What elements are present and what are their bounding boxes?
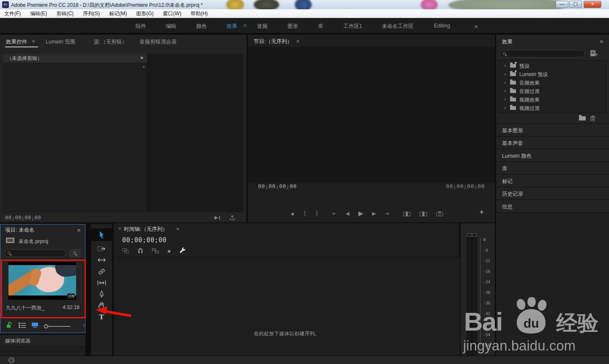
menu-clip[interactable]: 剪辑(C) <box>56 10 74 17</box>
ws-tab-graphics[interactable]: 图形 <box>288 23 298 30</box>
tree-item-video-transitions[interactable]: › 视频过渡 <box>502 104 604 112</box>
lift-button[interactable] <box>403 211 411 216</box>
tool-razor[interactable] <box>91 266 112 277</box>
ws-tab-workspace1[interactable]: 工作区1 <box>343 23 362 30</box>
tool-pen[interactable] <box>91 289 112 300</box>
ws-tab-components[interactable]: 组件 <box>135 23 146 30</box>
tab-audio-clip-mixer[interactable]: 音频剪辑混合器 <box>140 38 177 46</box>
minimize-button[interactable]: — <box>556 1 568 8</box>
project-file-name[interactable]: 未命名.prproj <box>19 238 48 245</box>
workspace-overflow-chevron[interactable]: » <box>475 23 478 30</box>
panel-header-libraries[interactable]: 库 <box>496 161 609 174</box>
tree-item-audio-transitions[interactable]: › 音频过渡 <box>502 87 604 95</box>
timeline-tab-close-icon[interactable]: × <box>118 226 121 232</box>
nest-sequence-toggle[interactable] <box>122 248 129 254</box>
mark-out-button[interactable]: } <box>315 211 318 216</box>
icon-view-icon[interactable] <box>31 322 38 328</box>
menu-window[interactable]: 窗口(W) <box>163 10 181 17</box>
creative-cloud-icon[interactable] <box>8 357 14 363</box>
new-custom-bin-icon[interactable] <box>579 116 586 120</box>
add-marker-button[interactable]: ◆ <box>291 211 294 216</box>
snap-magnet-toggle[interactable] <box>137 248 143 254</box>
step-forward-button[interactable]: ▶ <box>372 211 376 216</box>
panel-header-lumetri-color[interactable]: Lumetri 颜色 <box>496 149 609 161</box>
tree-item-lumetri-presets[interactable]: › ★ Lumetri 预设 <box>502 70 604 78</box>
ws-tab-editing[interactable]: Editing <box>434 23 450 29</box>
ws-tab-effects[interactable]: 效果 <box>227 23 237 30</box>
ws-tab-edit[interactable]: 编辑 <box>166 23 176 30</box>
chevron-right-icon[interactable]: › <box>504 71 506 77</box>
ws-tab-audio[interactable]: 音频 <box>257 23 268 30</box>
chevron-right-icon[interactable]: › <box>504 88 506 94</box>
tab-effect-controls[interactable]: 效果控件 <box>6 38 27 46</box>
chevron-right-icon[interactable]: › <box>504 96 506 102</box>
extract-button[interactable] <box>420 211 427 216</box>
scroll-up-icon[interactable]: ▲ <box>142 65 145 68</box>
tool-slip[interactable] <box>91 277 112 288</box>
clip-card[interactable]: 九九八十一西游_ 4:32:18 <box>4 261 81 315</box>
program-monitor-menu-icon[interactable]: ≡ <box>296 39 299 44</box>
timeline-timecode[interactable]: 00;00;00;00 <box>122 236 167 244</box>
ws-tab-library[interactable]: 库 <box>318 23 324 30</box>
panel-header-markers[interactable]: 标记 <box>496 174 609 187</box>
tool-type[interactable]: T <box>91 312 112 323</box>
list-view-icon[interactable] <box>19 323 26 328</box>
presets-bin-icon[interactable] <box>590 49 598 57</box>
media-browser-panel[interactable]: 媒体浏览器 <box>0 334 85 355</box>
mark-in-button[interactable]: { <box>303 211 307 216</box>
chevron-right-icon[interactable]: › <box>504 63 506 68</box>
zoom-slider-track[interactable] <box>46 326 70 327</box>
toolbar-overflow-chevron[interactable]: ‹ <box>83 322 85 328</box>
chevron-right-icon[interactable]: › <box>504 105 506 111</box>
expand-arrow-icon[interactable]: ▶ <box>141 55 144 60</box>
menu-help[interactable]: 帮助(H) <box>191 10 208 17</box>
timeline-menu-icon[interactable]: ≡ <box>176 227 179 231</box>
linked-selection-toggle[interactable] <box>152 248 159 254</box>
search-bin-button[interactable] <box>69 249 80 257</box>
export-frame-button[interactable] <box>436 211 443 216</box>
menu-file[interactable]: 文件(F) <box>4 10 21 17</box>
tool-hand[interactable] <box>91 300 112 311</box>
timeline-drop-zone[interactable]: 在此处放下媒体以创建序列。 <box>114 257 460 364</box>
effect-controls-menu-icon[interactable]: ≡ <box>32 38 35 44</box>
ws-tab-color[interactable]: 颜色 <box>196 23 207 30</box>
step-back-button[interactable]: ◀ <box>346 211 349 216</box>
tool-ripple-edit[interactable] <box>91 255 112 265</box>
timeline-add-marker-button[interactable]: ◆ <box>167 249 171 253</box>
project-panel-menu-icon[interactable]: ≡ <box>77 227 80 233</box>
tree-item-presets[interactable]: › ★ 预设 <box>502 61 604 70</box>
project-search-input[interactable] <box>4 249 66 257</box>
go-to-in-button[interactable]: ⇤ <box>332 211 337 216</box>
close-button[interactable]: × <box>584 1 601 8</box>
clip-thumbnail[interactable] <box>8 262 76 300</box>
delete-trash-icon[interactable] <box>590 115 595 121</box>
button-editor-add[interactable]: + <box>479 208 484 217</box>
effects-search-input[interactable] <box>499 50 585 57</box>
effects-panel-menu-icon[interactable]: ≡ <box>600 39 603 44</box>
clip-name[interactable]: 九九八十一西游_ <box>6 304 44 312</box>
panel-header-history[interactable]: 历史记录 <box>496 187 609 200</box>
menu-edit[interactable]: 编辑(E) <box>30 10 47 17</box>
panel-header-essential-sound[interactable]: 基本声音 <box>496 136 609 149</box>
tab-lumetri-scopes[interactable]: Lumetri 范围 <box>46 38 75 46</box>
tool-selection[interactable] <box>91 228 112 241</box>
chevron-right-icon[interactable]: › <box>504 79 506 85</box>
tab-source-monitor[interactable]: 源:（无剪辑） <box>94 38 127 46</box>
go-to-out-button[interactable]: ⇥ <box>385 211 389 216</box>
zoom-slider-knob[interactable] <box>44 324 48 328</box>
menu-markers[interactable]: 标记(M) <box>109 10 127 17</box>
panel-header-info[interactable]: 信息 <box>496 200 609 212</box>
ws-tab-effects-menu-icon[interactable]: ≡ <box>244 23 246 28</box>
media-browser-title[interactable]: 媒体浏览器 <box>5 337 30 345</box>
program-current-timecode[interactable]: 00;00;00;00 <box>258 183 297 189</box>
menu-sequence[interactable]: 序列(S) <box>83 10 100 17</box>
tool-track-select-forward[interactable] <box>91 243 112 254</box>
clip-info-row[interactable]: 九九八十一西游_ 4:32:18 <box>4 303 81 313</box>
play-around-icon[interactable]: ▶❙ <box>214 215 221 220</box>
menu-graphics[interactable]: 图形(G) <box>136 10 154 17</box>
tree-item-video-effects[interactable]: › 视频效果 <box>502 95 604 104</box>
restore-button[interactable] <box>569 1 582 8</box>
ws-tab-unnamed-workspace[interactable]: 未命名工作区 <box>382 23 414 30</box>
project-unlocked-icon[interactable] <box>6 322 12 328</box>
panel-header-essential-graphics[interactable]: 基本图形 <box>496 123 609 136</box>
